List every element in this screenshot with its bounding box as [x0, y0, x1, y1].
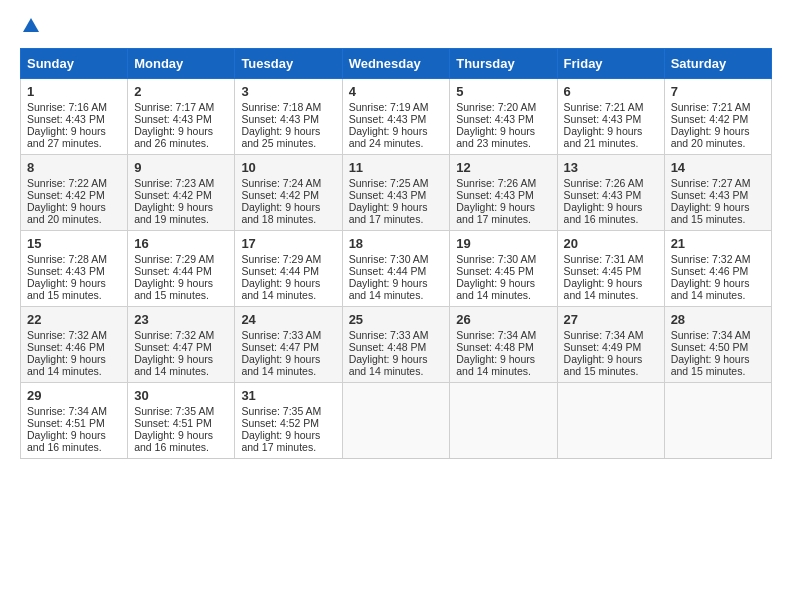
sunrise-text: Sunrise: 7:22 AM: [27, 177, 107, 189]
sunset-text: Sunset: 4:44 PM: [134, 265, 212, 277]
calendar-cell: [450, 383, 557, 459]
logo: [20, 16, 40, 38]
sunset-text: Sunset: 4:43 PM: [349, 113, 427, 125]
daylight-text: Daylight: 9 hours and 17 minutes.: [349, 201, 428, 225]
daylight-text: Daylight: 9 hours and 14 minutes.: [349, 353, 428, 377]
sunrise-text: Sunrise: 7:34 AM: [27, 405, 107, 417]
daylight-text: Daylight: 9 hours and 14 minutes.: [349, 277, 428, 301]
sunrise-text: Sunrise: 7:33 AM: [349, 329, 429, 341]
svg-marker-0: [23, 18, 39, 32]
daylight-text: Daylight: 9 hours and 14 minutes.: [456, 353, 535, 377]
daylight-text: Daylight: 9 hours and 14 minutes.: [134, 353, 213, 377]
day-number: 24: [241, 312, 335, 327]
daylight-text: Daylight: 9 hours and 16 minutes.: [27, 429, 106, 453]
daylight-text: Daylight: 9 hours and 14 minutes.: [241, 277, 320, 301]
sunset-text: Sunset: 4:43 PM: [134, 113, 212, 125]
sunset-text: Sunset: 4:43 PM: [349, 189, 427, 201]
calendar-cell: 8Sunrise: 7:22 AMSunset: 4:42 PMDaylight…: [21, 155, 128, 231]
day-number: 3: [241, 84, 335, 99]
daylight-text: Daylight: 9 hours and 14 minutes.: [671, 277, 750, 301]
sunrise-text: Sunrise: 7:31 AM: [564, 253, 644, 265]
daylight-text: Daylight: 9 hours and 24 minutes.: [349, 125, 428, 149]
sunrise-text: Sunrise: 7:34 AM: [456, 329, 536, 341]
sunset-text: Sunset: 4:43 PM: [241, 113, 319, 125]
sunset-text: Sunset: 4:48 PM: [349, 341, 427, 353]
day-number: 6: [564, 84, 658, 99]
daylight-text: Daylight: 9 hours and 27 minutes.: [27, 125, 106, 149]
calendar-header-wednesday: Wednesday: [342, 49, 450, 79]
day-number: 27: [564, 312, 658, 327]
calendar-cell: 18Sunrise: 7:30 AMSunset: 4:44 PMDayligh…: [342, 231, 450, 307]
calendar-cell: 10Sunrise: 7:24 AMSunset: 4:42 PMDayligh…: [235, 155, 342, 231]
calendar-cell: [664, 383, 771, 459]
sunset-text: Sunset: 4:44 PM: [241, 265, 319, 277]
sunrise-text: Sunrise: 7:20 AM: [456, 101, 536, 113]
calendar-cell: 2Sunrise: 7:17 AMSunset: 4:43 PMDaylight…: [128, 79, 235, 155]
header: [20, 16, 772, 38]
calendar-week-row: 1Sunrise: 7:16 AMSunset: 4:43 PMDaylight…: [21, 79, 772, 155]
daylight-text: Daylight: 9 hours and 20 minutes.: [27, 201, 106, 225]
day-number: 11: [349, 160, 444, 175]
calendar: SundayMondayTuesdayWednesdayThursdayFrid…: [20, 48, 772, 459]
daylight-text: Daylight: 9 hours and 14 minutes.: [27, 353, 106, 377]
calendar-cell: [342, 383, 450, 459]
day-number: 28: [671, 312, 765, 327]
sunrise-text: Sunrise: 7:21 AM: [564, 101, 644, 113]
calendar-cell: 31Sunrise: 7:35 AMSunset: 4:52 PMDayligh…: [235, 383, 342, 459]
day-number: 10: [241, 160, 335, 175]
calendar-cell: 13Sunrise: 7:26 AMSunset: 4:43 PMDayligh…: [557, 155, 664, 231]
sunrise-text: Sunrise: 7:23 AM: [134, 177, 214, 189]
sunrise-text: Sunrise: 7:24 AM: [241, 177, 321, 189]
day-number: 2: [134, 84, 228, 99]
daylight-text: Daylight: 9 hours and 14 minutes.: [241, 353, 320, 377]
day-number: 15: [27, 236, 121, 251]
daylight-text: Daylight: 9 hours and 23 minutes.: [456, 125, 535, 149]
sunset-text: Sunset: 4:44 PM: [349, 265, 427, 277]
sunrise-text: Sunrise: 7:29 AM: [134, 253, 214, 265]
sunset-text: Sunset: 4:46 PM: [27, 341, 105, 353]
day-number: 19: [456, 236, 550, 251]
sunset-text: Sunset: 4:47 PM: [241, 341, 319, 353]
daylight-text: Daylight: 9 hours and 20 minutes.: [671, 125, 750, 149]
sunset-text: Sunset: 4:52 PM: [241, 417, 319, 429]
sunset-text: Sunset: 4:43 PM: [27, 265, 105, 277]
sunset-text: Sunset: 4:42 PM: [134, 189, 212, 201]
calendar-cell: 30Sunrise: 7:35 AMSunset: 4:51 PMDayligh…: [128, 383, 235, 459]
sunset-text: Sunset: 4:43 PM: [456, 113, 534, 125]
sunset-text: Sunset: 4:50 PM: [671, 341, 749, 353]
daylight-text: Daylight: 9 hours and 15 minutes.: [134, 277, 213, 301]
calendar-cell: 27Sunrise: 7:34 AMSunset: 4:49 PMDayligh…: [557, 307, 664, 383]
sunrise-text: Sunrise: 7:28 AM: [27, 253, 107, 265]
calendar-header-saturday: Saturday: [664, 49, 771, 79]
sunset-text: Sunset: 4:43 PM: [671, 189, 749, 201]
daylight-text: Daylight: 9 hours and 21 minutes.: [564, 125, 643, 149]
sunrise-text: Sunrise: 7:16 AM: [27, 101, 107, 113]
sunset-text: Sunset: 4:42 PM: [27, 189, 105, 201]
sunrise-text: Sunrise: 7:21 AM: [671, 101, 751, 113]
calendar-cell: 4Sunrise: 7:19 AMSunset: 4:43 PMDaylight…: [342, 79, 450, 155]
daylight-text: Daylight: 9 hours and 17 minutes.: [456, 201, 535, 225]
day-number: 26: [456, 312, 550, 327]
sunrise-text: Sunrise: 7:32 AM: [27, 329, 107, 341]
sunset-text: Sunset: 4:51 PM: [134, 417, 212, 429]
sunrise-text: Sunrise: 7:34 AM: [671, 329, 751, 341]
calendar-cell: 11Sunrise: 7:25 AMSunset: 4:43 PMDayligh…: [342, 155, 450, 231]
calendar-cell: 24Sunrise: 7:33 AMSunset: 4:47 PMDayligh…: [235, 307, 342, 383]
sunset-text: Sunset: 4:46 PM: [671, 265, 749, 277]
sunset-text: Sunset: 4:43 PM: [456, 189, 534, 201]
sunset-text: Sunset: 4:45 PM: [564, 265, 642, 277]
sunrise-text: Sunrise: 7:19 AM: [349, 101, 429, 113]
day-number: 5: [456, 84, 550, 99]
daylight-text: Daylight: 9 hours and 15 minutes.: [27, 277, 106, 301]
sunrise-text: Sunrise: 7:26 AM: [456, 177, 536, 189]
calendar-cell: 3Sunrise: 7:18 AMSunset: 4:43 PMDaylight…: [235, 79, 342, 155]
sunset-text: Sunset: 4:47 PM: [134, 341, 212, 353]
day-number: 31: [241, 388, 335, 403]
sunrise-text: Sunrise: 7:30 AM: [456, 253, 536, 265]
sunrise-text: Sunrise: 7:35 AM: [134, 405, 214, 417]
sunrise-text: Sunrise: 7:30 AM: [349, 253, 429, 265]
calendar-header-row: SundayMondayTuesdayWednesdayThursdayFrid…: [21, 49, 772, 79]
daylight-text: Daylight: 9 hours and 15 minutes.: [671, 201, 750, 225]
day-number: 21: [671, 236, 765, 251]
calendar-week-row: 15Sunrise: 7:28 AMSunset: 4:43 PMDayligh…: [21, 231, 772, 307]
